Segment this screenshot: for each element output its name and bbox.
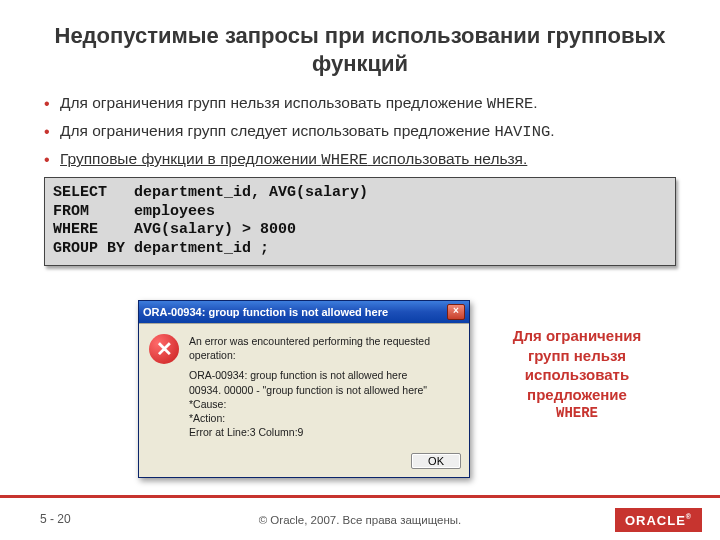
callout-l4: предложение [492,385,662,405]
bullet-3-underline: Групповые функции в предложении WHERE ис… [60,150,527,167]
slide-title: Недопустимые запросы при использовании г… [0,0,720,87]
dialog-line5: Error at Line:3 Column:9 [189,425,459,439]
bullet-list: Для ограничения групп нельзя использоват… [44,93,676,171]
oracle-logo-text: ORACLE [625,513,686,528]
dialog-line1: ORA-00934: group function is not allowed… [189,368,459,382]
bullet-2-code: HAVING [494,123,550,141]
dialog-titlebar[interactable]: ORA-00934: group function is not allowed… [139,301,469,323]
callout-l2: групп нельзя [492,346,662,366]
copyright-text: © Oracle, 2007. Все права защищены. [0,514,720,526]
bullet-1-text-b: . [533,94,537,111]
error-icon: ✕ [149,334,179,364]
bullet-2-text-b: . [550,122,554,139]
dialog-line4: *Action: [189,411,459,425]
callout-note: Для ограничения групп нельзя использоват… [492,326,662,422]
oracle-logo: ORACLE® [615,508,702,532]
dialog-title-text: ORA-00934: group function is not allowed… [143,306,388,318]
dialog-line3: *Cause: [189,397,459,411]
bullet-3-code: WHERE [321,151,368,169]
bullet-3-text-a: Групповые функции в предложении [60,150,321,167]
callout-l3: использовать [492,365,662,385]
bullet-3: Групповые функции в предложении WHERE ис… [44,149,676,171]
error-dialog: ORA-00934: group function is not allowed… [138,300,470,478]
dialog-intro: An error was encountered performing the … [189,334,459,362]
bullet-2: Для ограничения групп следует использова… [44,121,676,143]
footer: 5 - 20 © Oracle, 2007. Все права защищен… [0,498,720,540]
bullet-3-text-b: использовать нельзя. [368,150,527,167]
bullet-1-code: WHERE [487,95,534,113]
bullet-2-text-a: Для ограничения групп следует использова… [60,122,494,139]
callout-l5: WHERE [492,404,662,422]
bullet-1: Для ограничения групп нельзя использоват… [44,93,676,115]
ok-button[interactable]: OK [411,453,461,469]
bullet-1-text-a: Для ограничения групп нельзя использоват… [60,94,487,111]
slide-body: Для ограничения групп нельзя использоват… [0,87,720,266]
close-icon[interactable]: × [447,304,465,320]
dialog-line2: 00934. 00000 - "group function is not al… [189,383,459,397]
callout-l1: Для ограничения [492,326,662,346]
sql-code-block: SELECT department_id, AVG(salary) FROM e… [44,177,676,266]
dialog-message: An error was encountered performing the … [189,334,459,439]
